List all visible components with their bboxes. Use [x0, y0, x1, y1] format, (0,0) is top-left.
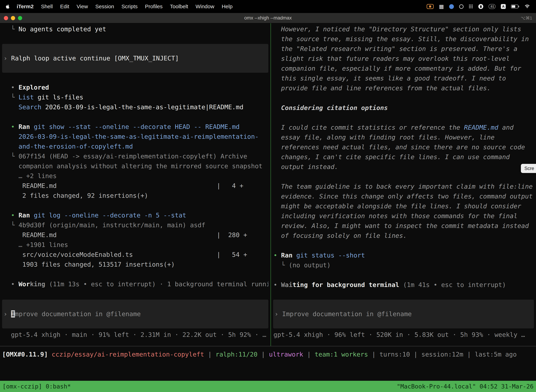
terminal-line: … +1901 lines — [2, 240, 268, 250]
menubar-status-icons: ▦ .61 A — [427, 4, 531, 9]
screen-recording-indicator-icon[interactable] — [427, 4, 434, 9]
terminal-line: companion analysis without altering the … — [2, 161, 268, 171]
omx-status-bar: [OMX#0.11.9] cczip/essay/ai-reimplementa… — [0, 346, 536, 362]
terminal-box: › Ralph loop active continue [OMX_TMUX_I… — [2, 44, 268, 73]
terminal-line: the source tree, missing the essay. Stil… — [273, 34, 534, 44]
tmux-status-bar: [omx-cczip] 0:bash* "MacBook-Pro-44.loca… — [0, 381, 536, 392]
terminal-line: • Explored — [2, 83, 268, 92]
battery-nub — [518, 6, 519, 7]
terminal-line: Considering citation options — [273, 103, 534, 113]
terminal-line: companion file, especially if more comme… — [273, 64, 534, 73]
terminal-line — [273, 113, 534, 123]
left-prompt-input[interactable]: › Improve documentation in @filename — [2, 300, 268, 328]
terminal-line: └ 067f154 (HEAD -> essay/ai-reimplementa… — [2, 151, 268, 161]
terminal-line: • Ran git status --short — [273, 250, 534, 260]
terminal-line: └ 4b9d30f (origin/main, instructkr/main,… — [2, 220, 268, 230]
gauge-value: .61 — [490, 5, 494, 9]
window-title: omx --xhigh --madmax — [0, 15, 536, 21]
terminal-line: might be acceptable alongside the file l… — [273, 201, 534, 211]
menu-item-session[interactable]: Session — [92, 4, 118, 9]
tmux-host-clock: "MacBook-Pro-44.local" 04:52 31-Mar-26 — [397, 383, 534, 390]
terminal-line — [2, 73, 268, 83]
terminal-line: this single essay, it seems like a good … — [273, 73, 534, 83]
terminal-line: references need actual files, and since … — [273, 142, 534, 152]
close-button[interactable] — [4, 16, 8, 20]
menu-item-window[interactable]: Window — [192, 4, 218, 9]
terminal-line — [2, 112, 268, 122]
terminal-line: 1903 files changed, 513517 insertions(+) — [2, 260, 268, 269]
terminal-line: README.md | 4 + — [2, 181, 268, 191]
screen-share-chip[interactable]: Scre — [521, 164, 536, 173]
terminal-line: provide file and line references from th… — [273, 83, 534, 93]
terminal-line: README.md | 280 + — [2, 230, 268, 240]
blue-app-icon[interactable] — [449, 4, 454, 9]
terminal-line: … +2 lines — [2, 171, 268, 181]
terminal-line: 2 files changed, 92 insertions(+) — [2, 191, 268, 201]
menu-item-iterm2[interactable]: iTerm2 — [13, 4, 37, 9]
menu-item-profiles[interactable]: Profiles — [141, 4, 166, 9]
battery-fill — [512, 5, 515, 8]
terminal-line: └ List git ls-files — [2, 92, 268, 102]
tmux-session-label: [omx-cczip] 0:bash* — [2, 383, 71, 390]
terminal-line: └ No agents completed yet — [2, 24, 268, 34]
terminal-bottom-filler — [0, 362, 536, 381]
terminal-line: The team guideline is to back every impo… — [273, 182, 534, 191]
terminal-line: essay file, along with finding root file… — [273, 132, 534, 142]
tmux-panes: └ No agents completed yet› Ralph loop ac… — [0, 23, 536, 346]
zoom-button[interactable] — [18, 16, 22, 20]
terminal-line: • Waiting for background terminal (1m 41… — [273, 280, 534, 290]
terminal-line: output instead. — [273, 162, 534, 172]
keyboard-letter: A — [502, 5, 505, 9]
terminal-line: of focusing solely on file lines. — [273, 231, 534, 241]
terminal-line: 2026-03-09-is-legal-the-same-as-legitima… — [2, 132, 268, 142]
terminal-line: └ (no output) — [273, 260, 534, 270]
battery-icon[interactable] — [511, 5, 519, 9]
terminal-line: slight risk that future readers may over… — [273, 54, 534, 64]
left-pane-spacer — [2, 289, 268, 300]
terminal-line: changes, I can't cite specific file line… — [273, 152, 534, 162]
terminal-line — [273, 270, 534, 280]
terminal-line: • Ran git log --oneline --decorate -n 5 … — [2, 210, 268, 220]
dots-grid-app-icon[interactable] — [469, 5, 473, 9]
password-key-icon[interactable] — [478, 4, 483, 9]
macos-menu-bar: iTerm2ShellEditViewSessionScriptsProfile… — [0, 0, 536, 13]
left-model-statusline: gpt-5.4 xhigh · main · 91% left · 2.31M … — [2, 330, 268, 340]
record-dot-icon — [429, 5, 431, 8]
terminal-line — [273, 93, 534, 103]
terminal-line: including verification notes with those … — [273, 211, 534, 221]
terminal-line: • Ran git show --stat --oneline --decora… — [2, 122, 268, 132]
terminal-line: src/voice/voiceModeEnabled.ts | 54 + — [2, 250, 268, 260]
minimize-button[interactable] — [11, 16, 15, 20]
terminal-line: evidence. Since this change only affects… — [273, 191, 534, 201]
wifi-icon[interactable] — [524, 4, 530, 9]
right-prompt-input[interactable]: › Improve documentation in @filename — [273, 300, 534, 328]
ring-app-icon[interactable] — [459, 5, 464, 9]
terminal-line: Search 2026-03-09-is-legal-the-same-as-l… — [2, 102, 268, 112]
right-terminal-pane[interactable]: However, I noticed the "Directory Struct… — [271, 23, 536, 346]
terminal-line — [2, 34, 268, 44]
grid-app-icon[interactable]: ▦ — [439, 4, 444, 9]
menu-item-help[interactable]: Help — [218, 4, 236, 9]
keyboard-layout-icon[interactable]: A — [501, 4, 506, 9]
gauge-icon[interactable]: .61 — [488, 4, 496, 9]
traffic-lights — [0, 16, 22, 20]
battery-body — [511, 5, 518, 9]
terminal-line: I could cite commit statistics or refere… — [273, 123, 534, 132]
window-title-bar: omx --xhigh --madmax ⌥⌘1 — [0, 13, 536, 23]
menu-item-scripts[interactable]: Scripts — [118, 4, 141, 9]
menu-items: iTerm2ShellEditViewSessionScriptsProfile… — [13, 4, 236, 9]
terminal-line — [273, 241, 534, 250]
menu-item-shell[interactable]: Shell — [37, 4, 57, 9]
terminal-area: └ No agents completed yet› Ralph loop ac… — [0, 23, 536, 381]
terminal-line — [2, 269, 268, 279]
menu-item-toolbelt[interactable]: Toolbelt — [166, 4, 192, 9]
screen-share-chip-label: Scre — [524, 166, 534, 171]
left-terminal-pane[interactable]: └ No agents completed yet› Ralph loop ac… — [0, 23, 270, 346]
menu-item-edit[interactable]: Edit — [57, 4, 73, 9]
menu-item-view[interactable]: View — [73, 4, 92, 9]
terminal-line — [273, 172, 534, 182]
apple-menu-icon[interactable] — [6, 4, 10, 9]
right-model-statusline: gpt-5.4 xhigh · 96% left · 520K in · 5.8… — [273, 330, 534, 340]
terminal-line — [2, 201, 268, 210]
right-pane-spacer — [273, 290, 534, 300]
